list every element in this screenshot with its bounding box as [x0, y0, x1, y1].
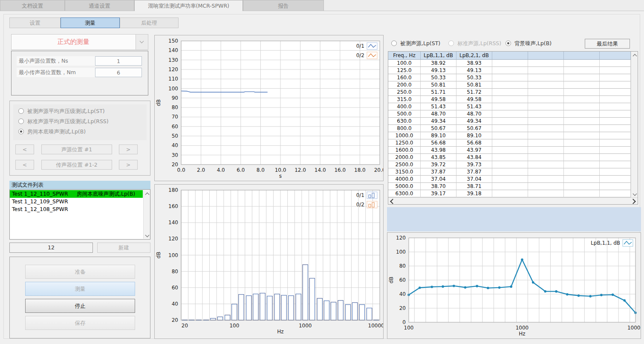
table-cell[interactable]: 49.58	[421, 96, 456, 103]
table-cell[interactable]: 56.68	[421, 139, 456, 147]
table-cell[interactable]: 630.0	[388, 118, 421, 125]
radio-lp-b[interactable]	[18, 129, 24, 134]
table-cell[interactable]: 50.33	[421, 74, 456, 81]
source-position-button[interactable]: 声源位置 #1	[41, 145, 112, 154]
table-row[interactable]: 2500.039.7239.73	[388, 161, 631, 168]
table-cell[interactable]	[600, 110, 631, 118]
table-row[interactable]: 500.048.7048.70	[388, 110, 631, 118]
radio-lp-st[interactable]	[18, 108, 24, 114]
table-cell[interactable]	[600, 125, 631, 132]
file-list-item[interactable]: Test 1_12_110_SPWR房间本底噪声测试,Lp(B)	[10, 190, 143, 198]
table-column-header[interactable]	[492, 52, 528, 60]
mic-position-next-button[interactable]: >	[119, 160, 138, 170]
table-cell[interactable]: 500.0	[388, 110, 421, 118]
table-cell[interactable]: 6300.0	[388, 190, 421, 197]
table-cell[interactable]: 51.72	[456, 89, 492, 96]
table-cell[interactable]	[564, 125, 600, 132]
mic-position-prev-button[interactable]: <	[15, 160, 34, 170]
table-scroll-down-button[interactable]	[631, 191, 638, 197]
table-cell[interactable]	[600, 183, 631, 190]
result-radio-lp-b-label[interactable]: 背景噪声,Lp(B)	[514, 40, 552, 47]
table-cell[interactable]: 1250.0	[388, 139, 421, 147]
table-cell[interactable]	[564, 183, 600, 190]
table-cell[interactable]: 39.18	[456, 190, 492, 197]
table-cell[interactable]	[600, 168, 631, 176]
table-cell[interactable]: 800.0	[388, 125, 421, 132]
source-position-prev-button[interactable]: <	[15, 145, 34, 154]
table-cell[interactable]	[564, 139, 600, 147]
measurement-mode-select[interactable]: 正式的测量	[11, 34, 148, 50]
table-cell[interactable]	[492, 154, 528, 161]
measure-button[interactable]: 测量	[25, 282, 135, 296]
table-cell[interactable]	[528, 118, 564, 125]
table-cell[interactable]: 50.67	[456, 125, 492, 132]
table-cell[interactable]	[564, 96, 600, 103]
subtab-measure[interactable]: 测量	[61, 17, 120, 28]
table-cell[interactable]	[600, 103, 631, 110]
mode-select-dropdown-button[interactable]	[136, 35, 148, 49]
table-scroll-up-button[interactable]	[631, 52, 638, 58]
table-scroll-right-button[interactable]	[630, 199, 636, 204]
table-cell[interactable]: 200.0	[388, 81, 421, 89]
table-cell[interactable]	[600, 154, 631, 161]
table-cell[interactable]	[492, 81, 528, 89]
table-cell[interactable]: 49.13	[456, 67, 492, 74]
radio-lp-st-label[interactable]: 被测声源平均声压级测试,Lp(ST)	[27, 108, 105, 115]
table-cell[interactable]	[600, 60, 631, 67]
table-cell[interactable]: 38.92	[421, 60, 456, 67]
table-cell[interactable]	[528, 161, 564, 168]
table-cell[interactable]: 48.70	[421, 110, 456, 118]
result-radio-lp-rss[interactable]	[448, 40, 454, 46]
table-cell[interactable]: 50.33	[456, 74, 492, 81]
table-cell[interactable]: 51.43	[456, 103, 492, 110]
table-cell[interactable]: 89.10	[421, 132, 456, 139]
table-cell[interactable]: 125.0	[388, 67, 421, 74]
table-cell[interactable]: 2000.0	[388, 154, 421, 161]
table-cell[interactable]	[528, 103, 564, 110]
table-cell[interactable]	[492, 118, 528, 125]
new-file-button[interactable]: 新建	[97, 243, 150, 253]
radio-lp-b-label[interactable]: 房间本底噪声测试,Lp(B)	[27, 128, 86, 135]
table-cell[interactable]	[528, 176, 564, 183]
table-cell[interactable]: 48.70	[456, 110, 492, 118]
table-cell[interactable]	[600, 132, 631, 139]
table-vertical-scrollbar[interactable]	[631, 52, 638, 197]
table-cell[interactable]: 160.0	[388, 74, 421, 81]
table-cell[interactable]: 43.84	[456, 154, 492, 161]
table-row[interactable]: 400.051.4351.43	[388, 103, 631, 110]
table-cell[interactable]: 49.13	[421, 67, 456, 74]
table-cell[interactable]: 51.71	[421, 89, 456, 96]
table-cell[interactable]: 38.70	[421, 183, 456, 190]
result-radio-lp-b[interactable]	[505, 40, 511, 46]
table-cell[interactable]	[564, 67, 600, 74]
prepare-button[interactable]: 准备	[25, 265, 135, 279]
scroll-down-button[interactable]	[144, 232, 150, 239]
table-row[interactable]: 160.050.3350.33	[388, 74, 631, 81]
table-cell[interactable]	[528, 81, 564, 89]
table-cell[interactable]	[600, 176, 631, 183]
table-cell[interactable]	[492, 103, 528, 110]
table-row[interactable]: 2000.043.8543.84	[388, 154, 631, 161]
table-cell[interactable]	[528, 183, 564, 190]
table-cell[interactable]	[492, 176, 528, 183]
save-button[interactable]: 保存	[25, 316, 135, 330]
table-cell[interactable]	[564, 74, 600, 81]
table-cell[interactable]	[528, 67, 564, 74]
table-cell[interactable]: 43.85	[421, 154, 456, 161]
table-cell[interactable]	[528, 96, 564, 103]
table-cell[interactable]	[492, 168, 528, 176]
table-row[interactable]: 250.051.7151.72	[388, 89, 631, 96]
table-row[interactable]: 125.049.1349.13	[388, 67, 631, 74]
table-row[interactable]: 200.050.8150.81	[388, 81, 631, 89]
table-cell[interactable]	[492, 139, 528, 147]
nm-input[interactable]	[95, 68, 142, 77]
table-cell[interactable]: 50.67	[421, 125, 456, 132]
table-row[interactable]: 1600.043.9843.97	[388, 147, 631, 154]
table-cell[interactable]	[492, 96, 528, 103]
table-cell[interactable]: 39.17	[421, 190, 456, 197]
subtab-setup[interactable]: 设置	[9, 17, 61, 28]
tab-document-settings[interactable]: 文档设置	[0, 0, 65, 11]
table-cell[interactable]	[600, 147, 631, 154]
table-cell[interactable]	[492, 125, 528, 132]
table-cell[interactable]: 400.0	[388, 103, 421, 110]
